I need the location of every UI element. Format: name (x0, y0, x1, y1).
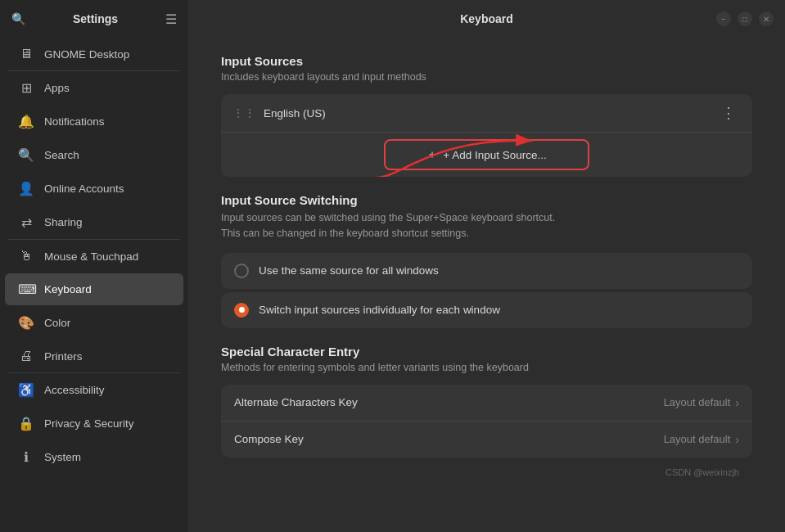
minimize-button[interactable]: − (716, 11, 731, 26)
window-controls: − □ ✕ (716, 11, 774, 26)
sidebar-title: Settings (73, 12, 118, 25)
same-source-radio[interactable] (234, 264, 249, 278)
more-options-button[interactable]: ⋮ (716, 102, 741, 124)
sidebar-item-label: Keyboard (44, 283, 92, 295)
mouse-icon: 🖱 (18, 249, 34, 264)
per-window-card[interactable]: Switch input sources individually for ea… (221, 292, 752, 328)
sidebar-item-color[interactable]: 🎨 Color (5, 307, 183, 339)
english-us-row[interactable]: ⋮⋮ English (US) ⋮ (221, 94, 752, 132)
sidebar-item-label: Apps (44, 82, 70, 94)
sidebar-item-apps[interactable]: ⊞ Apps (5, 72, 183, 104)
divider-2 (8, 239, 180, 240)
add-input-source-button[interactable]: ＋ + Add Input Source... (384, 139, 589, 170)
per-window-radio[interactable] (234, 303, 249, 318)
compose-key-label: Compose Key (234, 433, 664, 445)
sidebar-item-mouse-touchpad[interactable]: 🖱 Mouse & Touchpad (5, 241, 183, 272)
alternate-characters-value: Layout default (664, 396, 731, 408)
alternate-characters-row[interactable]: Alternate Characters Key Layout default … (221, 385, 752, 421)
switching-description: Input sources can be switched using the … (221, 210, 752, 241)
system-icon: ℹ (18, 449, 34, 465)
sidebar-item-label: Sharing (44, 216, 83, 228)
content-area: Input Sources Includes keyboard layouts … (188, 38, 785, 532)
sidebar-item-gnome-desktop[interactable]: 🖥 GNOME Desktop (5, 38, 183, 70)
same-source-row[interactable]: Use the same source for all windows (221, 253, 752, 289)
sidebar-item-sharing[interactable]: ⇄ Sharing (5, 206, 183, 238)
main-panel: Keyboard − □ ✕ Input Sources Includes ke… (188, 0, 785, 532)
add-input-row: ＋ + Add Input Source... (221, 132, 752, 177)
chevron-right-icon: › (735, 396, 739, 409)
sidebar-item-label: Mouse & Touchpad (44, 250, 138, 263)
online-accounts-icon: 👤 (18, 181, 34, 196)
sidebar-item-keyboard[interactable]: ⌨ Keyboard (5, 273, 183, 305)
special-character-card: Alternate Characters Key Layout default … (221, 385, 752, 458)
divider-3 (8, 372, 180, 373)
close-button[interactable]: ✕ (759, 11, 774, 26)
apps-icon: ⊞ (18, 80, 34, 96)
title-bar: Keyboard − □ ✕ (188, 0, 785, 38)
search-sidebar-icon: 🔍 (18, 147, 34, 163)
input-sources-title: Input Sources (221, 54, 752, 68)
compose-key-row[interactable]: Compose Key Layout default › (221, 421, 752, 458)
color-icon: 🎨 (18, 315, 34, 331)
input-sources-subtitle: Includes keyboard layouts and input meth… (221, 71, 752, 83)
sidebar-header: 🔍 Settings ☰ (0, 0, 188, 38)
sidebar-item-label: GNOME Desktop (44, 48, 129, 61)
sidebar-item-label: Privacy & Security (44, 417, 134, 430)
special-character-subtitle: Methods for entering symbols and letter … (221, 362, 752, 373)
sidebar-item-system[interactable]: ℹ System (5, 441, 183, 473)
sidebar-item-label: Search (44, 149, 79, 161)
sidebar-item-search[interactable]: 🔍 Search (5, 139, 183, 171)
add-input-label: + Add Input Source... (443, 149, 546, 161)
notifications-icon: 🔔 (18, 114, 34, 129)
special-character-title: Special Character Entry (221, 345, 752, 358)
sharing-icon: ⇄ (18, 214, 34, 230)
sidebar-item-notifications[interactable]: 🔔 Notifications (5, 106, 183, 138)
switching-title: Input Source Switching (221, 193, 752, 207)
sidebar-item-label: Color (44, 317, 70, 329)
per-window-row[interactable]: Switch input sources individually for ea… (221, 292, 752, 328)
sidebar-item-label: Notifications (44, 115, 105, 128)
menu-icon[interactable]: ☰ (165, 11, 177, 27)
input-source-label: English (US) (264, 107, 708, 119)
drag-handle-icon: ⋮⋮ (232, 106, 255, 119)
gnome-desktop-icon: 🖥 (18, 47, 34, 61)
keyboard-icon: ⌨ (18, 282, 34, 297)
sidebar-item-label: Online Accounts (44, 183, 124, 195)
privacy-icon: 🔒 (18, 416, 34, 431)
input-sources-card: ⋮⋮ English (US) ⋮ ＋ + Add Input Source..… (221, 94, 752, 177)
same-source-card[interactable]: Use the same source for all windows (221, 253, 752, 289)
window-title: Keyboard (460, 12, 513, 25)
watermark: CSDN @weixinzjh (221, 462, 752, 480)
special-character-section: Special Character Entry Methods for ente… (221, 345, 752, 458)
plus-icon: ＋ (426, 147, 438, 162)
sidebar-item-label: Printers (44, 350, 83, 363)
sidebar-item-online-accounts[interactable]: 👤 Online Accounts (5, 173, 183, 205)
chevron-right-icon-2: › (735, 433, 739, 446)
compose-key-value: Layout default (664, 433, 731, 445)
same-source-label: Use the same source for all windows (259, 264, 439, 277)
sidebar-item-label: Accessibility (44, 384, 105, 396)
switching-section: Input Source Switching Input sources can… (221, 193, 752, 328)
alternate-characters-label: Alternate Characters Key (234, 396, 664, 408)
maximize-button[interactable]: □ (738, 11, 752, 26)
per-window-label: Switch input sources individually for ea… (259, 304, 500, 316)
printers-icon: 🖨 (18, 349, 34, 363)
search-icon[interactable]: 🔍 (11, 12, 25, 25)
sidebar-item-privacy-security[interactable]: 🔒 Privacy & Security (5, 408, 183, 440)
sidebar-item-label: System (44, 451, 81, 463)
sidebar-item-accessibility[interactable]: ♿ Accessibility (5, 374, 183, 406)
accessibility-icon: ♿ (18, 382, 34, 398)
divider-1 (8, 70, 180, 71)
sidebar-item-printers[interactable]: 🖨 Printers (5, 340, 183, 372)
sidebar: 🔍 Settings ☰ 🖥 GNOME Desktop ⊞ Apps 🔔 No… (0, 0, 188, 532)
